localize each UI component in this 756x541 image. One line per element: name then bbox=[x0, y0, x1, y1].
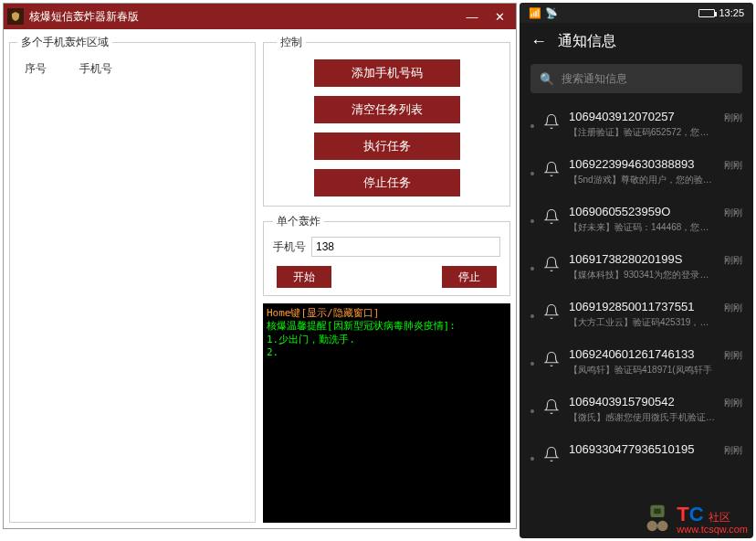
notification-content: 1069330477936510195 bbox=[569, 442, 715, 459]
notification-content: 1069173828020199S【媒体科技】930341为您的登录验… bbox=[569, 252, 715, 281]
notification-sender: 1069240601261746133 bbox=[569, 347, 715, 361]
minimize-button[interactable]: — bbox=[459, 7, 485, 26]
bell-icon bbox=[543, 161, 560, 177]
notification-list[interactable]: 1069403912070257【注册验证】验证码652572，您正…刚刚106… bbox=[520, 101, 753, 538]
notification-time: 刚刚 bbox=[724, 111, 742, 124]
notification-content: 1069403915790542【微氏】感谢您使用微氏手机验证… bbox=[569, 395, 715, 424]
back-button[interactable]: ← bbox=[530, 32, 547, 51]
unread-dot-icon bbox=[530, 457, 534, 461]
unread-dot-icon bbox=[530, 267, 534, 270]
notification-time: 刚刚 bbox=[724, 302, 742, 314]
single-buttons: 开始 停止 bbox=[273, 266, 500, 288]
titlebar: 核爆短信轰炸器新春版 — ✕ bbox=[4, 4, 516, 29]
unread-dot-icon bbox=[530, 409, 534, 413]
unread-dot-icon bbox=[530, 314, 534, 318]
console-line: Home键[显示/隐藏窗口] bbox=[267, 307, 507, 320]
col-phone-header: 手机号 bbox=[79, 61, 240, 77]
unread-dot-icon bbox=[530, 172, 534, 175]
watermark-url: www.tcsqw.com bbox=[677, 525, 748, 535]
window-title: 核爆短信轰炸器新春版 bbox=[29, 9, 459, 25]
desktop-window: 核爆短信轰炸器新春版 — ✕ 多个手机轰炸区域 序号 手机号 控制 添加手机号码… bbox=[3, 3, 517, 529]
add-phone-button[interactable]: 添加手机号码 bbox=[314, 59, 460, 87]
search-bar[interactable]: 🔍 搜索通知信息 bbox=[530, 64, 742, 93]
notification-item[interactable]: 10690605523959O【好未来】验证码：144468，您正…刚刚 bbox=[520, 196, 753, 243]
right-column: 控制 添加手机号码 清空任务列表 执行任务 停止任务 单个轰炸 手机号 开始 停… bbox=[263, 35, 510, 523]
notification-sender: 1069403912070257 bbox=[569, 110, 715, 123]
notification-content: 1069223994630388893【5nd游戏】尊敬的用户，您的验证… bbox=[569, 157, 715, 186]
notification-sender: 1069173828020199S bbox=[569, 252, 715, 266]
notification-preview: 【微氏】感谢您使用微氏手机验证… bbox=[569, 411, 715, 424]
notification-time: 刚刚 bbox=[724, 207, 742, 219]
status-left: 📶 📡 bbox=[529, 7, 558, 19]
notification-content: 1069403912070257【注册验证】验证码652572，您正… bbox=[569, 110, 715, 139]
multi-phone-group: 多个手机轰炸区域 序号 手机号 bbox=[9, 35, 256, 523]
notification-preview: 【注册验证】验证码652572，您正… bbox=[569, 126, 715, 139]
clock: 13:25 bbox=[719, 7, 744, 18]
notification-time: 刚刚 bbox=[724, 254, 742, 267]
phone-label: 手机号 bbox=[273, 239, 306, 255]
notification-sender: 1069403915790542 bbox=[569, 395, 715, 408]
watermark: TC 社区 www.tcsqw.com bbox=[640, 500, 748, 535]
notification-item[interactable]: 1069403915790542【微氏】感谢您使用微氏手机验证…刚刚 bbox=[520, 386, 753, 433]
bell-icon bbox=[543, 398, 560, 415]
watermark-text: TC 社区 www.tcsqw.com bbox=[677, 504, 748, 535]
phone-screen: 📶 📡 13:25 ← 通知信息 🔍 搜索通知信息 10694039120702… bbox=[520, 3, 753, 538]
bell-icon bbox=[543, 208, 560, 225]
wifi-icon: 📡 bbox=[545, 7, 558, 19]
notification-item[interactable]: 1069173828020199S【媒体科技】930341为您的登录验…刚刚 bbox=[520, 243, 753, 291]
bell-icon bbox=[543, 256, 560, 272]
multi-phone-legend: 多个手机轰炸区域 bbox=[17, 35, 112, 50]
app-body: 多个手机轰炸区域 序号 手机号 控制 添加手机号码 清空任务列表 执行任务 停止… bbox=[4, 29, 516, 528]
clear-tasks-button[interactable]: 清空任务列表 bbox=[314, 96, 460, 123]
single-legend: 单个轰炸 bbox=[273, 214, 324, 229]
start-button[interactable]: 开始 bbox=[277, 266, 331, 288]
notification-sender: 1069223994630388893 bbox=[569, 157, 715, 171]
notification-preview: 【5nd游戏】尊敬的用户，您的验证… bbox=[569, 174, 715, 186]
notification-item[interactable]: 1069223994630388893【5nd游戏】尊敬的用户，您的验证…刚刚 bbox=[520, 148, 753, 196]
unread-dot-icon bbox=[530, 219, 534, 223]
watermark-sq: 社区 bbox=[709, 511, 730, 524]
search-icon: 🔍 bbox=[540, 72, 554, 86]
console-output: Home键[显示/隐藏窗口] 核爆温馨提醒[因新型冠状病毒肺炎疫情]: 1.少出… bbox=[263, 303, 510, 523]
svg-rect-1 bbox=[655, 509, 662, 514]
bell-icon bbox=[543, 446, 560, 462]
battery-icon bbox=[698, 9, 715, 17]
left-column: 多个手机轰炸区域 序号 手机号 bbox=[9, 35, 256, 523]
stop-button[interactable]: 停止 bbox=[442, 266, 497, 288]
notification-item[interactable]: 1069330477936510195刚刚 bbox=[520, 433, 753, 472]
notification-time: 刚刚 bbox=[724, 159, 742, 172]
notification-time: 刚刚 bbox=[724, 397, 742, 409]
stop-tasks-button[interactable]: 停止任务 bbox=[314, 169, 460, 196]
watermark-logo-icon bbox=[640, 500, 675, 535]
status-bar: 📶 📡 13:25 bbox=[520, 3, 753, 23]
window-controls: — ✕ bbox=[459, 7, 512, 26]
signal-icon: 📶 bbox=[529, 7, 541, 19]
svg-point-3 bbox=[657, 521, 667, 531]
control-legend: 控制 bbox=[277, 35, 306, 50]
notification-item[interactable]: 1069192850011737551【大方工业云】验证码425319，您…刚刚 bbox=[520, 291, 753, 338]
close-button[interactable]: ✕ bbox=[487, 7, 512, 26]
notification-preview: 【凤鸣轩】验证码418971(凤鸣轩手 bbox=[569, 364, 715, 377]
watermark-tc: TC bbox=[677, 503, 703, 525]
page-title: 通知信息 bbox=[558, 32, 616, 51]
console-line: 2. bbox=[267, 346, 507, 359]
bell-icon bbox=[543, 303, 560, 320]
app-icon bbox=[7, 8, 24, 25]
svg-point-2 bbox=[647, 521, 657, 531]
console-line: 1.少出门，勤洗手. bbox=[267, 334, 507, 346]
notification-item[interactable]: 1069240601261746133【凤鸣轩】验证码418971(凤鸣轩手刚刚 bbox=[520, 338, 753, 386]
single-group: 单个轰炸 手机号 开始 停止 bbox=[263, 214, 510, 296]
notification-sender: 1069330477936510195 bbox=[569, 442, 715, 456]
console-line: 核爆温馨提醒[因新型冠状病毒肺炎疫情]: bbox=[267, 320, 507, 333]
notification-preview: 【好未来】验证码：144468，您正… bbox=[569, 221, 715, 234]
notification-item[interactable]: 1069403912070257【注册验证】验证码652572，您正…刚刚 bbox=[520, 101, 753, 148]
phone-input[interactable] bbox=[311, 237, 500, 257]
bell-icon bbox=[543, 113, 560, 130]
notification-time: 刚刚 bbox=[724, 444, 742, 457]
run-tasks-button[interactable]: 执行任务 bbox=[314, 133, 460, 160]
table-header: 序号 手机号 bbox=[17, 58, 247, 80]
status-right: 13:25 bbox=[698, 7, 744, 18]
phone-list[interactable] bbox=[17, 80, 247, 514]
col-index-header: 序号 bbox=[25, 61, 79, 77]
unread-dot-icon bbox=[530, 124, 534, 128]
